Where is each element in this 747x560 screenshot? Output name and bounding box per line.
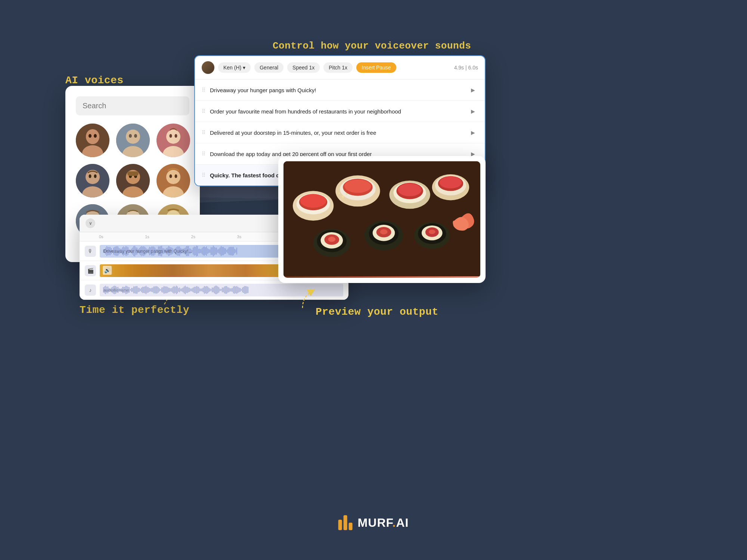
voice-avatar-3[interactable] [156,124,190,157]
drag-handle-5: ⠿ [202,172,205,178]
svg-point-19 [89,174,92,178]
ruler-mark-3: 3s [237,234,283,239]
vo-text-2: Order your favourite meal from hundreds … [210,108,463,115]
audio-track: ♪ audiofilename document.currentScript.i… [80,280,348,300]
vo-text-3: Delivered at your doorstep in 15-minutes… [210,129,463,137]
svg-point-3 [86,130,99,143]
svg-point-4 [89,134,92,138]
svg-point-51 [300,194,326,208]
svg-point-68 [328,237,335,242]
timeline-collapse-btn[interactable]: ∨ [86,218,95,228]
svg-point-78 [429,230,436,234]
vo-line-3: ⠿ Delivered at your doorstep in 15-minut… [195,122,485,143]
svg-point-81 [338,193,340,194]
svg-rect-26 [127,171,139,176]
style-button[interactable]: General [254,62,283,73]
drag-handle-2: ⠿ [202,108,205,114]
annotation-time-perfectly: Time it perfectly [80,304,189,316]
voice-avatar-5[interactable] [116,164,150,197]
svg-point-14 [170,134,172,138]
voice-track-icon: 🎙 [85,246,96,257]
vo-line-2: ⠿ Order your favourite meal from hundred… [195,101,485,122]
voice-avatar-2[interactable] [116,124,150,157]
voice-avatar-1[interactable] [76,124,109,157]
drag-handle-1: ⠿ [202,87,205,93]
svg-point-9 [129,134,132,138]
svg-point-31 [175,174,177,178]
svg-point-79 [342,195,344,197]
play-btn-1[interactable]: ▶ [468,85,478,95]
audio-track-content[interactable]: audiofilename document.currentScript.ins… [100,284,343,296]
voice-avatar-4[interactable] [76,164,109,197]
murf-bar-1 [338,520,342,530]
insert-pause-button[interactable]: Insert Pause [356,62,396,73]
time-display: 4.9s | 6.0s [454,65,478,71]
svg-point-20 [94,174,97,178]
vo-line-1: ⠿ Driveaway your hunger pangs with Quick… [195,80,485,101]
svg-point-28 [166,170,180,184]
svg-point-55 [344,180,371,193]
search-input[interactable] [76,96,189,115]
pitch-button[interactable]: Pitch 1x [323,62,353,73]
voice-avatar-6[interactable] [156,164,190,197]
svg-point-10 [134,134,137,138]
speed-button[interactable]: Speed 1x [287,62,320,73]
annotation-ai-voices: AI voices [65,75,124,86]
annotation-preview-output: Preview your output [316,306,438,318]
speaker-avatar [202,61,214,74]
murf-icon [338,515,353,530]
play-btn-3[interactable]: ▶ [468,127,478,138]
svg-point-63 [440,177,462,189]
play-btn-2[interactable]: ▶ [468,106,478,116]
murf-bar-2 [344,515,347,530]
svg-point-15 [175,134,177,138]
svg-point-59 [398,184,422,196]
murf-logo: MURF.AI [338,515,409,530]
audio-indicator: 🔊 [103,266,112,275]
murf-bar-3 [349,523,353,530]
svg-point-30 [170,174,172,178]
murf-text: MURF.AI [358,516,409,530]
preview-image [283,161,480,278]
svg-point-12 [166,130,180,144]
drag-handle-3: ⠿ [202,130,205,136]
svg-point-80 [346,193,348,195]
drag-handle-4: ⠿ [202,151,205,157]
annotation-control-voiceover: Control how your voiceover sounds [273,40,471,52]
preview-panel [278,156,486,283]
svg-point-73 [380,229,388,234]
speaker-selector[interactable]: Ken (H) ▾ [218,62,251,73]
svg-point-5 [94,134,97,138]
svg-point-7 [126,130,140,144]
audio-waveform: document.currentScript.insertAdjacentHTM… [100,284,343,296]
ruler-mark-0: 0s [99,234,145,239]
svg-point-17 [86,170,100,184]
audio-track-icon: ♪ [85,284,96,296]
vo-toolbar: Ken (H) ▾ General Speed 1x Pitch 1x Inse… [195,56,485,80]
video-track-icon: 🎬 [85,265,96,276]
ruler-mark-1: 1s [145,234,191,239]
vo-text-1: Driveaway your hunger pangs with Quicky! [210,86,463,94]
ruler-mark-2: 2s [191,234,237,239]
